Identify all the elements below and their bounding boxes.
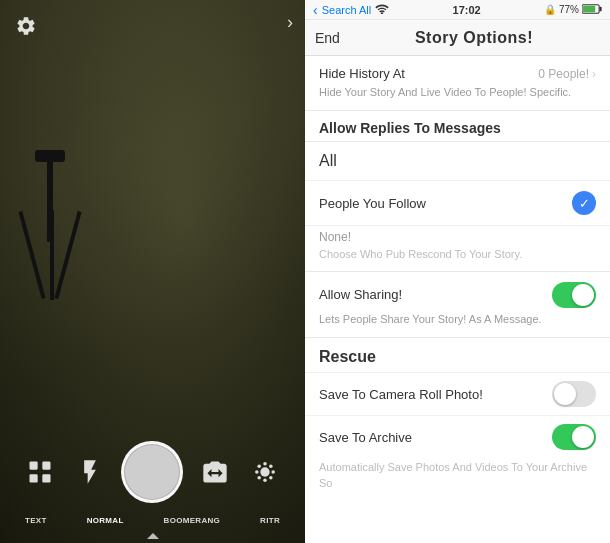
svg-point-11 xyxy=(269,464,273,468)
battery-icon xyxy=(582,4,602,16)
save-archive-desc: Automatically Save Photos And Videos To … xyxy=(305,458,610,499)
rescue-section-header: Rescue xyxy=(305,338,610,372)
reply-none-label[interactable]: None! xyxy=(319,230,596,244)
save-archive-toggle[interactable] xyxy=(552,424,596,450)
allow-replies-header: Allow Replies To Messages xyxy=(305,111,610,142)
svg-rect-0 xyxy=(29,462,37,470)
hide-history-row[interactable]: Hide History At 0 People! › xyxy=(319,66,596,81)
svg-rect-2 xyxy=(29,474,37,482)
svg-rect-1 xyxy=(42,462,50,470)
svg-point-5 xyxy=(263,462,267,466)
shutter-button[interactable] xyxy=(121,441,183,503)
svg-point-10 xyxy=(269,476,273,480)
end-button[interactable]: End xyxy=(315,30,340,46)
gallery-icon[interactable] xyxy=(22,454,58,490)
tripod-silhouette xyxy=(20,150,80,330)
svg-point-12 xyxy=(257,476,261,480)
reply-none-section: None! Choose Who Pub Rescond To Your Sto… xyxy=(305,226,610,271)
svg-rect-15 xyxy=(599,6,601,10)
search-all-text[interactable]: Search All xyxy=(322,4,372,16)
hide-history-title: Hide History At xyxy=(319,66,405,81)
save-camera-label: Save To Camera Roll Photo! xyxy=(319,387,483,402)
page-title: Story Options! xyxy=(348,29,600,47)
allow-sharing-desc: Lets People Share Your Story! As A Messa… xyxy=(319,312,596,327)
status-right: 🔒 77% xyxy=(544,4,602,16)
text-mode-label[interactable]: TEXT xyxy=(25,516,47,525)
svg-point-7 xyxy=(255,470,259,474)
camera-mode-labels: TEXT NORMAL BOOMERANG RITR xyxy=(0,516,305,525)
camera-next-arrow[interactable]: › xyxy=(287,12,293,33)
camera-bottom-controls xyxy=(0,441,305,503)
status-bar: ‹ Search All 17:02 🔒 77% xyxy=(305,0,610,20)
boomerang-mode-label[interactable]: BOOMERANG xyxy=(164,516,220,525)
camera-top-controls xyxy=(12,12,40,40)
nav-bar: End Story Options! xyxy=(305,20,610,56)
mode-indicator xyxy=(147,533,159,539)
flash-icon[interactable] xyxy=(72,454,108,490)
rescue-title: Rescue xyxy=(319,348,376,365)
hide-history-desc: Hide Your Story And Live Video To People… xyxy=(319,85,596,100)
reply-all-option[interactable]: All xyxy=(305,142,610,181)
effects-icon[interactable] xyxy=(247,454,283,490)
rewind-mode-label[interactable]: RITR xyxy=(260,516,280,525)
chevron-right-icon: › xyxy=(592,67,596,81)
allow-sharing-row: Allow Sharing! xyxy=(319,282,596,308)
hide-history-section: Hide History At 0 People! › Hide Your St… xyxy=(305,56,610,111)
svg-point-8 xyxy=(271,470,275,474)
reply-none-desc: Choose Who Pub Rescond To Your Story. xyxy=(319,247,596,262)
allow-sharing-title: Allow Sharing! xyxy=(319,287,402,302)
wifi-icon xyxy=(375,4,389,16)
status-left: ‹ Search All xyxy=(313,2,389,18)
svg-point-13 xyxy=(381,12,383,14)
flip-camera-icon[interactable] xyxy=(197,454,233,490)
lock-icon: 🔒 xyxy=(544,4,556,15)
battery-percent-text: 77% xyxy=(559,4,579,15)
normal-mode-label[interactable]: NORMAL xyxy=(87,516,124,525)
status-time: 17:02 xyxy=(453,4,481,16)
gear-icon[interactable] xyxy=(12,12,40,40)
svg-point-4 xyxy=(260,467,269,476)
save-camera-row: Save To Camera Roll Photo! xyxy=(305,372,610,415)
save-camera-toggle[interactable] xyxy=(552,381,596,407)
hide-history-value: 0 People! › xyxy=(538,67,596,81)
allow-sharing-section: Allow Sharing! Lets People Share Your St… xyxy=(305,272,610,338)
svg-rect-3 xyxy=(42,474,50,482)
allow-replies-title: Allow Replies To Messages xyxy=(319,120,501,136)
svg-point-6 xyxy=(263,478,267,482)
reply-people-label: People You Follow xyxy=(319,196,426,211)
reply-all-label: All xyxy=(319,152,337,170)
camera-panel: › xyxy=(0,0,305,543)
save-archive-label: Save To Archive xyxy=(319,430,412,445)
save-archive-row: Save To Archive xyxy=(305,415,610,458)
reply-people-option[interactable]: People You Follow ✓ xyxy=(305,181,610,226)
svg-rect-16 xyxy=(583,5,595,11)
back-icon[interactable]: ‹ xyxy=(313,2,318,18)
story-options-panel: ‹ Search All 17:02 🔒 77% xyxy=(305,0,610,543)
svg-point-9 xyxy=(257,464,261,468)
allow-sharing-toggle[interactable] xyxy=(552,282,596,308)
selected-checkmark-icon: ✓ xyxy=(572,191,596,215)
